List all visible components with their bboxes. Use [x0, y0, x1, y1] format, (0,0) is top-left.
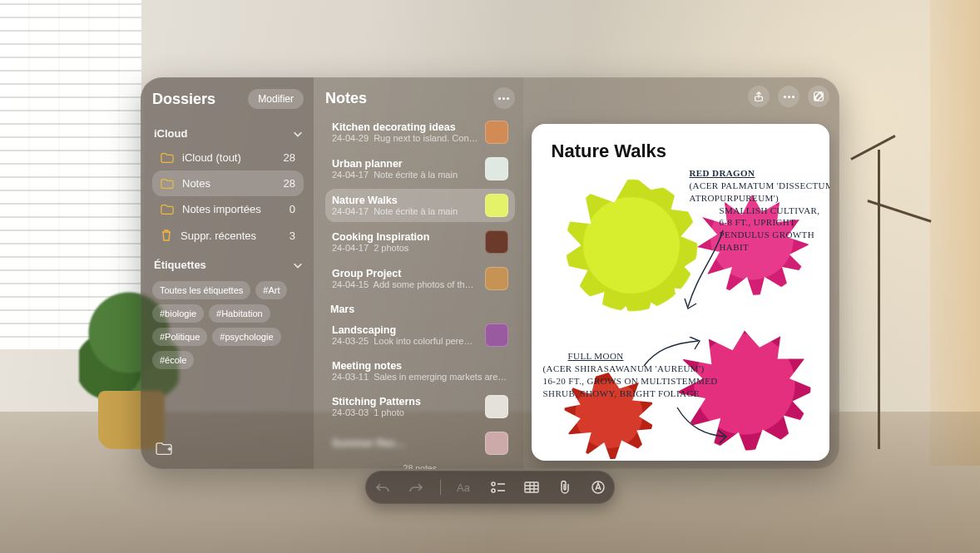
folder-label: iCloud (tout): [182, 151, 241, 164]
checklist-icon: [491, 481, 506, 494]
format-button[interactable]: Aa: [456, 478, 474, 496]
folder-count: 0: [290, 203, 295, 215]
ellipsis-icon: [784, 96, 794, 98]
toolbar-separator: [440, 480, 441, 495]
edit-button[interactable]: Modifier: [248, 89, 304, 109]
note-subtitle: 24-04-17 Note écrite à la main: [332, 206, 478, 216]
folder-count: 3: [290, 230, 295, 242]
section-icloud-header[interactable]: iCloud: [154, 127, 304, 140]
notes-count-label: 28 notes: [325, 460, 515, 469]
annotation-red-dragon: RED DRAGON (ACER PALMATUM 'DISSECTUM ATR…: [690, 167, 829, 254]
undo-icon: [375, 481, 390, 493]
svg-text:Aa: Aa: [457, 481, 471, 494]
arrow-icon: [673, 403, 731, 445]
tag-chip[interactable]: #Politique: [152, 328, 207, 346]
note-title: Group Project: [332, 268, 478, 279]
markup-icon: [591, 480, 606, 495]
note-thumb: [485, 267, 508, 290]
tag-chip[interactable]: Toutes les étiquettes: [152, 281, 250, 299]
note-thumb: [485, 323, 508, 347]
month-header: Mars: [330, 304, 515, 315]
note-title: Landscaping: [332, 324, 478, 336]
tag-chip[interactable]: #Habitation: [209, 304, 270, 323]
folders-sidebar: Dossiers Modifier iCloud iCloud (tout)28…: [141, 77, 314, 469]
note-thumb: [485, 395, 508, 418]
svg-point-4: [492, 489, 495, 492]
folder-row[interactable]: Suppr. récentes3: [152, 222, 304, 249]
folder-count: 28: [284, 151, 295, 164]
tag-chip[interactable]: #Art: [255, 281, 287, 299]
chevron-down-icon: [292, 128, 304, 140]
note-subtitle: 24-03-11 Sales in emerging markets are…: [332, 372, 508, 382]
note-title: Kitchen decorating ideas: [332, 121, 478, 133]
note-thumb: [485, 230, 508, 254]
note-detail-panel: Nature Walks RED DRAGON (ACER PALMATUM '…: [523, 77, 839, 469]
note-thumb: [485, 157, 508, 180]
note-title: Cooking Inspiration: [332, 231, 478, 243]
compose-icon: [813, 91, 824, 102]
table-button[interactable]: [522, 478, 541, 496]
section-tags-header[interactable]: Étiquettes: [154, 259, 304, 271]
note-list-item[interactable]: Urban planner24-04-17 Note écrite à la m…: [325, 152, 515, 185]
folder-row[interactable]: Notes28: [152, 170, 304, 196]
compose-button[interactable]: [808, 86, 829, 107]
note-list-item[interactable]: Meeting notes24-03-11 Sales in emerging …: [325, 355, 515, 387]
folder-icon: [161, 152, 174, 164]
section-tags-label: Étiquettes: [154, 259, 206, 271]
sidebar-title: Dossiers: [152, 91, 215, 108]
folder-row[interactable]: iCloud (tout)28: [152, 145, 304, 170]
note-list-item[interactable]: Group Project24-04-15 Add some photos of…: [325, 262, 515, 295]
list-more-button[interactable]: [493, 87, 515, 109]
note-list-item[interactable]: Nature Walks24-04-17 Note écrite à la ma…: [325, 189, 515, 222]
note-subtitle: 24-03-03 1 photo: [332, 407, 478, 417]
svg-rect-5: [525, 482, 538, 492]
markup-button[interactable]: [589, 478, 607, 496]
note-title: Urban planner: [332, 158, 478, 170]
trash-icon: [161, 229, 172, 242]
detail-more-button[interactable]: [778, 86, 799, 107]
share-icon: [753, 91, 765, 102]
note-list-item[interactable]: Cooking Inspiration24-04-17 2 photos: [325, 225, 515, 259]
note-canvas[interactable]: Nature Walks RED DRAGON (ACER PALMATUM '…: [532, 124, 829, 461]
tag-chip[interactable]: #biologie: [152, 304, 204, 323]
note-list-item[interactable]: Stitching Patterns24-03-03 1 photo: [325, 390, 515, 423]
folder-row[interactable]: Notes importées0: [152, 196, 304, 222]
notes-app-window: Dossiers Modifier iCloud iCloud (tout)28…: [141, 77, 839, 469]
attach-button[interactable]: [556, 478, 574, 496]
folder-label: Suppr. récentes: [181, 230, 256, 242]
note-list-item[interactable]: Summer Rec…: [325, 427, 515, 460]
notes-list-panel: Notes Kitchen decorating ideas24-04-29 R…: [314, 77, 523, 469]
note-list-item[interactable]: Landscaping24-03-25 Look into colorful p…: [325, 318, 515, 352]
tag-chip[interactable]: #psychologie: [212, 328, 280, 346]
note-thumb: [485, 121, 508, 144]
editor-toolbar: Aa: [365, 471, 615, 504]
redo-button[interactable]: [407, 478, 425, 496]
undo-button[interactable]: [374, 478, 392, 496]
folder-icon: [161, 204, 174, 215]
share-button[interactable]: [748, 86, 770, 107]
section-icloud-label: iCloud: [154, 127, 187, 140]
note-thumb: [485, 432, 508, 455]
note-subtitle: 24-04-15 Add some photos of th…: [332, 279, 478, 289]
note-subtitle: 24-03-25 Look into colorful pere…: [332, 336, 478, 346]
new-folder-icon: [155, 442, 173, 457]
annotation-full-moon: FULL MOON (ACER SHIRASAWANUM 'AUREUM') 1…: [543, 350, 735, 399]
note-subtitle: 24-04-29 Rug next to island. Con…: [332, 133, 478, 143]
svg-point-3: [492, 482, 495, 486]
notes-list-title: Notes: [325, 90, 367, 107]
tag-chip[interactable]: #école: [152, 351, 194, 369]
redo-icon: [408, 481, 423, 493]
new-folder-button[interactable]: [152, 439, 176, 459]
note-list-item[interactable]: Kitchen decorating ideas24-04-29 Rug nex…: [325, 116, 515, 149]
note-subtitle: 24-04-17 Note écrite à la main: [332, 170, 478, 180]
note-subtitle: 24-04-17 2 photos: [332, 243, 478, 253]
ellipsis-icon: [498, 97, 509, 100]
table-icon: [524, 481, 539, 493]
folder-icon: [161, 178, 174, 190]
note-title: Nature Walks: [332, 195, 478, 206]
chevron-down-icon: [292, 259, 304, 271]
note-title: Meeting notes: [332, 360, 508, 372]
note-title: Nature Walks: [532, 124, 829, 169]
checklist-button[interactable]: [489, 478, 507, 496]
note-thumb: [485, 194, 508, 217]
